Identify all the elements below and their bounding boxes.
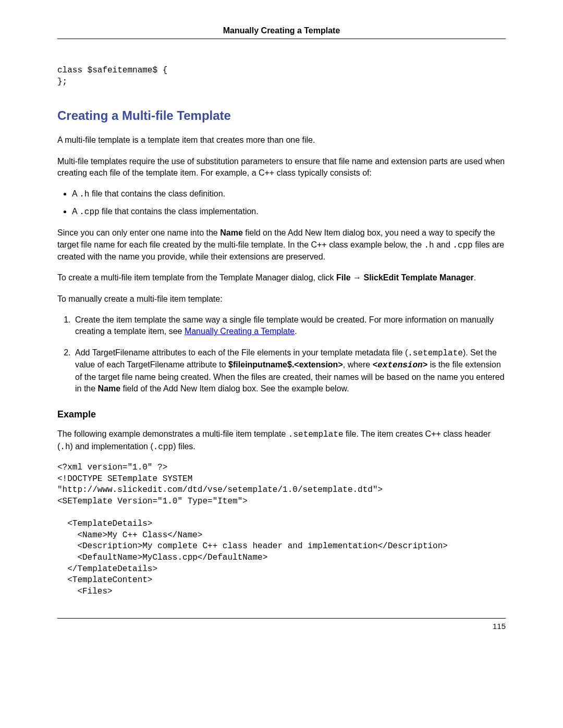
page-number: 115 bbox=[493, 622, 506, 631]
code-block-xml: <?xml version="1.0" ?> <!DOCTYPE SETempl… bbox=[57, 462, 506, 597]
bold-text: $fileinputname$.<extension> bbox=[228, 360, 343, 369]
paragraph: Since you can only enter one name into t… bbox=[57, 227, 506, 263]
bold-text: Name bbox=[220, 228, 243, 237]
inline-code: .cpp bbox=[79, 207, 99, 217]
page-header: Manually Creating a Template bbox=[57, 26, 506, 39]
link-manual-template[interactable]: Manually Creating a Template bbox=[185, 327, 295, 336]
list-item: A .h file that contains the class defini… bbox=[72, 188, 506, 200]
bullet-list: A .h file that contains the class defini… bbox=[57, 188, 506, 218]
menu-path: SlickEdit Template Manager bbox=[364, 273, 474, 282]
paragraph: The following example demonstrates a mul… bbox=[57, 428, 506, 453]
paragraph: A multi-file template is a template item… bbox=[57, 134, 506, 146]
paragraph: To manually create a multi-file item tem… bbox=[57, 293, 506, 305]
paragraph: Multi-file templates require the use of … bbox=[57, 156, 506, 179]
page-footer: 115 bbox=[57, 618, 506, 631]
ordered-list: Create the item template the same way a … bbox=[57, 314, 506, 394]
code-block-class: class $safeitemname$ { }; bbox=[57, 65, 506, 88]
bold-italic-code: <extension> bbox=[373, 361, 428, 370]
bold-text: Name bbox=[98, 384, 121, 393]
menu-path: File bbox=[336, 273, 351, 282]
list-item: Add TargetFilename attributes to each of… bbox=[73, 347, 506, 395]
list-item: Create the item template the same way a … bbox=[73, 314, 506, 338]
page-content: Manually Creating a Template class $safe… bbox=[0, 0, 563, 651]
inline-code: .cpp bbox=[452, 241, 472, 250]
subsection-heading: Example bbox=[57, 409, 506, 420]
inline-code: .h bbox=[424, 241, 434, 250]
list-item: A .cpp file that contains the class impl… bbox=[72, 206, 506, 218]
section-heading: Creating a Multi-file Template bbox=[57, 108, 506, 123]
paragraph: To create a multi-file item template fro… bbox=[57, 272, 506, 283]
inline-code: .setemplate bbox=[408, 349, 463, 358]
inline-code: .h bbox=[79, 190, 89, 199]
inline-code: .h bbox=[60, 442, 70, 452]
inline-code: .setemplate bbox=[288, 430, 344, 439]
inline-code: .cpp bbox=[153, 442, 173, 452]
